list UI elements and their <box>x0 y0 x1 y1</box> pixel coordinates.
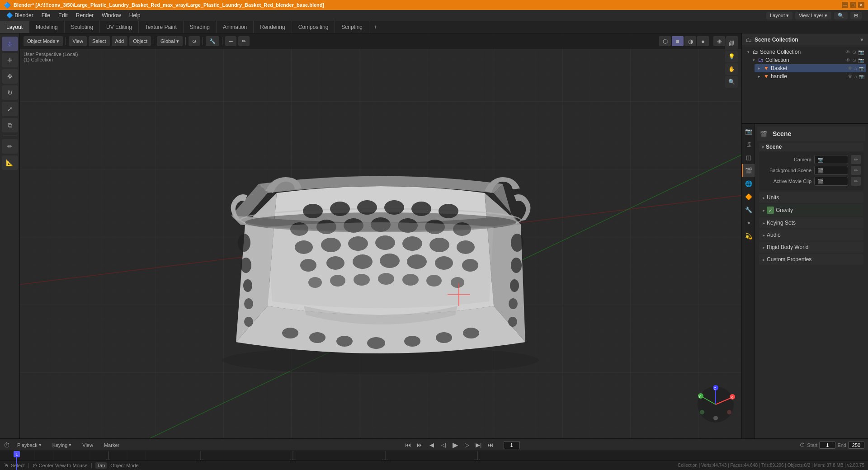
proportional-icon[interactable]: ⊸ <box>225 36 236 46</box>
tab-sculpting[interactable]: Sculpting <box>65 21 100 33</box>
cursor-icon[interactable]: ⊙ <box>852 49 856 55</box>
menu-render[interactable]: Render <box>72 11 97 19</box>
camera-field[interactable]: 📷 <box>814 155 848 164</box>
tool-transform[interactable]: ⧉ <box>2 118 18 132</box>
tool-scale[interactable]: ⤢ <box>2 102 18 116</box>
tab-shading[interactable]: Shading <box>184 21 217 33</box>
view-layer-dropdown[interactable]: View Layer ▾ <box>795 12 831 19</box>
viewport-search-icon[interactable]: 🔍 <box>725 76 738 88</box>
global-dropdown[interactable]: Global ▾ <box>157 36 183 46</box>
cursor-icon-2[interactable]: ⊙ <box>852 57 856 63</box>
navigation-gizmo[interactable]: Z X Y <box>695 384 736 425</box>
snap-btn[interactable]: 🔧 <box>206 36 219 46</box>
maximize-button[interactable]: □ <box>850 2 856 8</box>
tl-prev-keyframe[interactable]: ⏭ <box>415 440 425 450</box>
prop-tab-output[interactable]: 🖨 <box>742 138 755 150</box>
header-toggle[interactable]: ⊟ <box>850 12 862 19</box>
tool-cursor[interactable]: ✛ <box>2 53 18 67</box>
proportional-btn[interactable]: ⊙ <box>189 36 200 46</box>
add-menu[interactable]: Add <box>112 36 128 46</box>
tab-compositing[interactable]: Compositing <box>292 21 335 33</box>
tool-select-cursor[interactable]: ⊹ <box>2 37 18 51</box>
render-icon-2[interactable]: 📷 <box>858 57 864 63</box>
3d-viewport[interactable]: Object Mode ▾ View Select Add Object Glo… <box>20 33 741 438</box>
keying-sets-section[interactable]: ▸ Keying Sets <box>759 217 863 228</box>
grease-pencil[interactable]: ✏ <box>238 36 250 46</box>
tab-texture-paint[interactable]: Texture Paint <box>139 21 184 33</box>
frame-number-input[interactable] <box>504 441 520 449</box>
basket-render-icon[interactable]: 📷 <box>859 66 864 71</box>
prop-tab-scene[interactable]: 🎬 <box>742 164 755 177</box>
handle-render-icon[interactable]: 📷 <box>859 74 864 79</box>
end-frame-input[interactable] <box>848 442 864 449</box>
prop-tab-render[interactable]: 📷 <box>742 125 755 137</box>
tab-uv-editing[interactable]: UV Editing <box>100 21 139 33</box>
render-btn[interactable]: ● <box>697 36 709 46</box>
tab-add-button[interactable]: + <box>369 22 382 32</box>
custom-properties-section[interactable]: ▸ Custom Properties <box>759 254 863 265</box>
menu-edit[interactable]: Edit <box>55 11 71 19</box>
movie-clip-field[interactable]: 🎬 <box>814 177 848 186</box>
prop-tab-particles[interactable]: ✦ <box>742 216 755 229</box>
tl-play[interactable]: ▶ <box>450 440 460 450</box>
marker-menu[interactable]: Marker <box>100 442 123 449</box>
prop-tab-physics[interactable]: 💫 <box>742 230 755 242</box>
eye-icon-4[interactable]: 👁 <box>848 74 853 79</box>
viewport-light-icon[interactable]: 💡 <box>725 51 738 62</box>
bg-scene-pick-btn[interactable]: ✏ <box>851 166 861 175</box>
prop-tab-object[interactable]: 🔶 <box>742 190 755 203</box>
close-button[interactable]: ✕ <box>858 2 864 8</box>
playback-menu[interactable]: Playback ▾ <box>14 441 45 449</box>
wireframe-btn[interactable]: ⬡ <box>659 36 671 46</box>
view-menu[interactable]: View <box>69 36 87 46</box>
menu-file[interactable]: File <box>38 11 54 19</box>
render-icon[interactable]: 📷 <box>858 49 864 55</box>
rigid-body-world-section[interactable]: ▸ Rigid Body World <box>759 242 863 253</box>
view-menu-tl[interactable]: View <box>79 442 97 449</box>
minimize-button[interactable]: — <box>842 2 848 8</box>
tool-measure[interactable]: 📐 <box>2 155 18 170</box>
outliner-scene-collection[interactable]: ▾ 🗂 Scene Collection 👁 ⊙ 📷 <box>744 48 866 56</box>
solid-btn active[interactable]: ■ <box>672 36 684 46</box>
search-icon[interactable]: 🔍 <box>834 12 848 19</box>
eye-icon[interactable]: 👁 <box>845 49 850 55</box>
outliner-collection[interactable]: ▾ 🗂 Collection 👁 ⊙ 📷 <box>749 56 866 64</box>
material-btn[interactable]: ◑ <box>684 36 696 46</box>
gravity-section[interactable]: ▸ ✓ Gravity <box>759 204 863 216</box>
select-menu[interactable]: Select <box>89 36 110 46</box>
workspace-dropdown[interactable]: Layout ▾ <box>766 12 793 19</box>
start-frame-input[interactable] <box>819 442 835 449</box>
tab-animation[interactable]: Animation <box>217 21 254 33</box>
outliner-filter-icon[interactable]: ▼ <box>859 37 864 42</box>
overlay-btn[interactable]: ⊕ <box>713 36 725 46</box>
object-menu[interactable]: Object <box>129 36 151 46</box>
outliner-basket[interactable]: ▸ ▼ Basket 👁 ⌂ 📷 <box>755 64 866 72</box>
prop-tab-modifier[interactable]: 🔧 <box>742 203 755 216</box>
window-controls[interactable]: — □ ✕ <box>842 2 864 8</box>
viewport-cameras-icon[interactable]: 🗐 <box>725 38 738 50</box>
tl-jump-end[interactable]: ⏭ <box>486 440 495 450</box>
prop-tab-world[interactable]: 🌐 <box>742 177 755 190</box>
tl-play-back[interactable]: ◁ <box>439 440 448 450</box>
movie-clip-pick-btn[interactable]: ✏ <box>851 177 861 186</box>
menu-help[interactable]: Help <box>126 11 144 19</box>
tl-jump-start[interactable]: ⏮ <box>403 440 413 450</box>
tab-modeling[interactable]: Modeling <box>29 21 65 33</box>
eye-icon-2[interactable]: 👁 <box>845 57 850 63</box>
gravity-checkbox[interactable]: ✓ <box>767 207 774 214</box>
tl-step-forward[interactable]: ▷ <box>462 440 472 450</box>
viewport-hand-icon[interactable]: ✋ <box>725 63 738 75</box>
camera-pick-btn[interactable]: ✏ <box>851 155 861 164</box>
tool-annotate[interactable]: ✏ <box>2 139 18 154</box>
object-mode-dropdown[interactable]: Object Mode ▾ <box>24 36 63 46</box>
tab-layout[interactable]: Layout <box>0 21 29 33</box>
scene-subsection-header[interactable]: ▾ Scene <box>759 143 863 151</box>
units-section[interactable]: ▸ Units <box>759 192 863 203</box>
tl-next-keyframe[interactable]: ▶| <box>474 440 484 450</box>
tl-step-back[interactable]: ◀ <box>427 440 437 450</box>
audio-section[interactable]: ▸ Audio <box>759 230 863 240</box>
menu-blender[interactable]: 🔷 Blender <box>3 11 37 19</box>
outliner-handle[interactable]: ▸ ▼ handle 👁 ⌂ 📷 <box>755 72 866 80</box>
tab-rendering[interactable]: Rendering <box>254 21 292 33</box>
menu-window[interactable]: Window <box>98 11 125 19</box>
